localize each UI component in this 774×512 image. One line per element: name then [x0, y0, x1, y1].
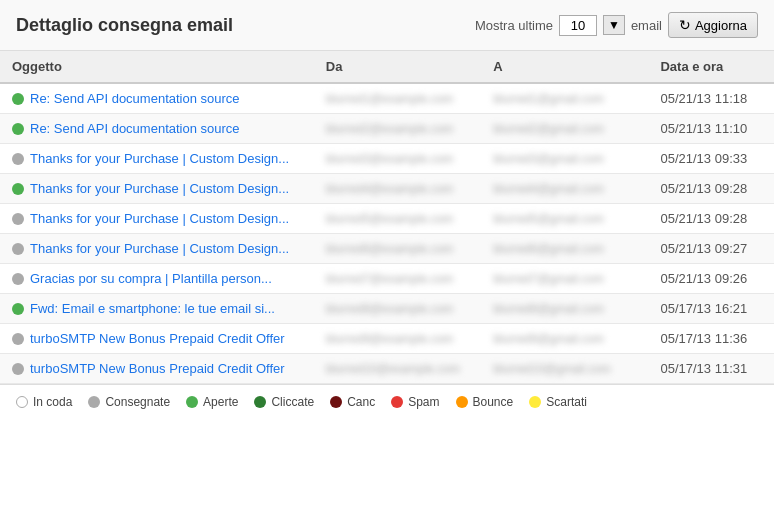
- cell-oggetto: Thanks for your Purchase | Custom Design…: [0, 144, 314, 174]
- subject-link[interactable]: Thanks for your Purchase | Custom Design…: [30, 241, 289, 256]
- email-table-container: Oggetto Da A Data e ora Re: Send API doc…: [0, 51, 774, 384]
- status-dot: [12, 333, 24, 345]
- email-table: Oggetto Da A Data e ora Re: Send API doc…: [0, 51, 774, 384]
- da-text: blurred2@example.com: [326, 122, 454, 136]
- cell-oggetto: turboSMTP New Bonus Prepaid Credit Offer: [0, 324, 314, 354]
- da-text: blurred10@example.com: [326, 362, 460, 376]
- cell-oggetto: Thanks for your Purchase | Custom Design…: [0, 174, 314, 204]
- legend-label: Cliccate: [271, 395, 314, 409]
- cell-oggetto: Fwd: Email e smartphone: le tue email si…: [0, 294, 314, 324]
- col-header-data: Data e ora: [648, 51, 774, 83]
- a-text: blurred10@gmail.com: [493, 362, 611, 376]
- cell-a: blurred5@gmail.com: [481, 204, 648, 234]
- cell-data: 05/21/13 09:27: [648, 234, 774, 264]
- legend-dot: [529, 396, 541, 408]
- table-row[interactable]: Thanks for your Purchase | Custom Design…: [0, 144, 774, 174]
- subject-link[interactable]: Thanks for your Purchase | Custom Design…: [30, 151, 289, 166]
- status-dot: [12, 363, 24, 375]
- table-row[interactable]: turboSMTP New Bonus Prepaid Credit Offer…: [0, 354, 774, 384]
- da-text: blurred6@example.com: [326, 242, 454, 256]
- table-row[interactable]: Thanks for your Purchase | Custom Design…: [0, 234, 774, 264]
- legend-label: Bounce: [473, 395, 514, 409]
- cell-data: 05/17/13 11:36: [648, 324, 774, 354]
- da-text: blurred8@example.com: [326, 302, 454, 316]
- legend-item: Spam: [391, 395, 439, 409]
- header-controls: Mostra ultime ▼ email ↻ Aggiorna: [475, 12, 758, 38]
- status-dot: [12, 303, 24, 315]
- cell-a: blurred6@gmail.com: [481, 234, 648, 264]
- legend-item: Bounce: [456, 395, 514, 409]
- col-header-oggetto: Oggetto: [0, 51, 314, 83]
- cell-a: blurred9@gmail.com: [481, 324, 648, 354]
- cell-oggetto: Gracias por su compra | Plantilla person…: [0, 264, 314, 294]
- a-text: blurred1@gmail.com: [493, 92, 604, 106]
- table-row[interactable]: Thanks for your Purchase | Custom Design…: [0, 204, 774, 234]
- cell-oggetto: Thanks for your Purchase | Custom Design…: [0, 234, 314, 264]
- legend-dot: [88, 396, 100, 408]
- count-input[interactable]: [559, 15, 597, 36]
- cell-data: 05/17/13 16:21: [648, 294, 774, 324]
- refresh-icon: ↻: [679, 17, 691, 33]
- status-dot: [12, 273, 24, 285]
- status-dot: [12, 213, 24, 225]
- a-text: blurred8@gmail.com: [493, 302, 604, 316]
- cell-data: 05/21/13 09:33: [648, 144, 774, 174]
- subject-link[interactable]: Re: Send API documentation source: [30, 91, 240, 106]
- cell-a: blurred1@gmail.com: [481, 83, 648, 114]
- subject-link[interactable]: Fwd: Email e smartphone: le tue email si…: [30, 301, 275, 316]
- status-dot: [12, 243, 24, 255]
- legend-label: In coda: [33, 395, 72, 409]
- legend-dot: [186, 396, 198, 408]
- status-dot: [12, 183, 24, 195]
- subject-link[interactable]: Gracias por su compra | Plantilla person…: [30, 271, 272, 286]
- table-row[interactable]: Re: Send API documentation source blurre…: [0, 114, 774, 144]
- subject-link[interactable]: Re: Send API documentation source: [30, 121, 240, 136]
- da-text: blurred1@example.com: [326, 92, 454, 106]
- cell-da: blurred6@example.com: [314, 234, 481, 264]
- subject-link[interactable]: Thanks for your Purchase | Custom Design…: [30, 181, 289, 196]
- cell-data: 05/21/13 09:28: [648, 174, 774, 204]
- cell-a: blurred2@gmail.com: [481, 114, 648, 144]
- cell-da: blurred2@example.com: [314, 114, 481, 144]
- legend-label: Spam: [408, 395, 439, 409]
- mostra-label: Mostra ultime: [475, 18, 553, 33]
- legend-item: Scartati: [529, 395, 587, 409]
- cell-oggetto: Thanks for your Purchase | Custom Design…: [0, 204, 314, 234]
- cell-da: blurred4@example.com: [314, 174, 481, 204]
- table-row[interactable]: Gracias por su compra | Plantilla person…: [0, 264, 774, 294]
- cell-a: blurred10@gmail.com: [481, 354, 648, 384]
- aggiorna-button[interactable]: ↻ Aggiorna: [668, 12, 758, 38]
- table-row[interactable]: turboSMTP New Bonus Prepaid Credit Offer…: [0, 324, 774, 354]
- status-dot: [12, 93, 24, 105]
- email-label: email: [631, 18, 662, 33]
- cell-a: blurred3@gmail.com: [481, 144, 648, 174]
- col-header-da: Da: [314, 51, 481, 83]
- legend-label: Aperte: [203, 395, 238, 409]
- legend-dot: [254, 396, 266, 408]
- legend-item: Aperte: [186, 395, 238, 409]
- a-text: blurred4@gmail.com: [493, 182, 604, 196]
- cell-da: blurred9@example.com: [314, 324, 481, 354]
- subject-link[interactable]: turboSMTP New Bonus Prepaid Credit Offer: [30, 361, 285, 376]
- cell-da: blurred8@example.com: [314, 294, 481, 324]
- status-dot: [12, 123, 24, 135]
- cell-oggetto: turboSMTP New Bonus Prepaid Credit Offer: [0, 354, 314, 384]
- a-text: blurred7@gmail.com: [493, 272, 604, 286]
- table-row[interactable]: Re: Send API documentation source blurre…: [0, 83, 774, 114]
- cell-da: blurred7@example.com: [314, 264, 481, 294]
- subject-link[interactable]: turboSMTP New Bonus Prepaid Credit Offer: [30, 331, 285, 346]
- cell-data: 05/21/13 11:10: [648, 114, 774, 144]
- count-dropdown[interactable]: ▼: [603, 15, 625, 35]
- a-text: blurred9@gmail.com: [493, 332, 604, 346]
- table-row[interactable]: Fwd: Email e smartphone: le tue email si…: [0, 294, 774, 324]
- table-row[interactable]: Thanks for your Purchase | Custom Design…: [0, 174, 774, 204]
- legend-dot: [330, 396, 342, 408]
- cell-a: blurred8@gmail.com: [481, 294, 648, 324]
- legend-label: Scartati: [546, 395, 587, 409]
- legend-label: Canc: [347, 395, 375, 409]
- a-text: blurred5@gmail.com: [493, 212, 604, 226]
- status-dot: [12, 153, 24, 165]
- cell-da: blurred3@example.com: [314, 144, 481, 174]
- subject-link[interactable]: Thanks for your Purchase | Custom Design…: [30, 211, 289, 226]
- da-text: blurred3@example.com: [326, 152, 454, 166]
